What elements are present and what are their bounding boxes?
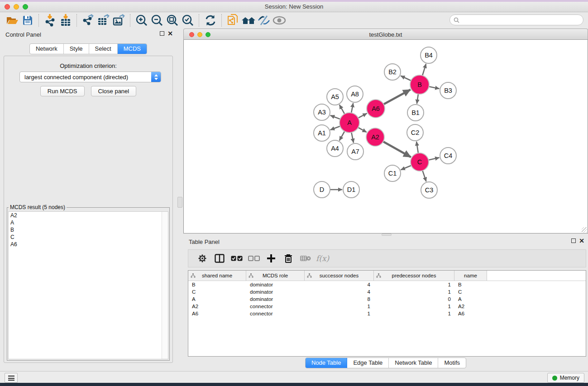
graph-node-B4[interactable]: B4 — [421, 47, 437, 63]
split-columns-icon[interactable] — [211, 252, 228, 265]
table-cell[interactable]: connector — [246, 304, 305, 309]
zoom-selected-icon[interactable] — [180, 14, 196, 27]
import-network-icon[interactable] — [43, 14, 58, 27]
graph-node-B1[interactable]: B1 — [407, 105, 424, 121]
graph-node-A4[interactable]: A4 — [327, 140, 343, 157]
tab-mcds[interactable]: MCDS — [118, 44, 147, 54]
graph-node-B[interactable]: B — [410, 75, 429, 94]
table-cell[interactable]: 4 — [305, 282, 374, 287]
table-cell[interactable]: A — [188, 296, 246, 302]
table-row[interactable]: Cdominator41C — [188, 288, 586, 295]
table-cell[interactable]: 1 — [374, 282, 454, 287]
export-image-icon[interactable] — [111, 14, 127, 27]
column-header[interactable]: predecessor nodes — [374, 271, 454, 281]
float-panel-icon[interactable] — [160, 31, 164, 36]
graph-node-C4[interactable]: C4 — [440, 148, 456, 164]
zoom-in-icon[interactable] — [134, 14, 149, 27]
table-cell[interactable]: A6 — [188, 311, 246, 316]
graph-node-A5[interactable]: A5 — [327, 89, 343, 105]
table-cell[interactable]: C — [188, 289, 246, 295]
export-table-icon[interactable] — [96, 14, 111, 27]
splitter-handle[interactable] — [177, 197, 182, 208]
vertical-splitter[interactable] — [177, 29, 183, 371]
column-header[interactable]: successor nodes — [305, 271, 374, 281]
graph-node-C2[interactable]: C2 — [407, 124, 423, 141]
graph-node-A7[interactable]: A7 — [347, 143, 363, 160]
search-field[interactable] — [449, 14, 583, 25]
table-cell[interactable]: B — [454, 282, 487, 287]
table-cell[interactable]: A — [454, 296, 487, 302]
table-row[interactable]: A6connector11A6 — [188, 310, 586, 317]
criterion-dropdown[interactable]: largest connected component (directed) — [19, 71, 161, 82]
table-cell[interactable]: 1 — [374, 304, 454, 309]
select-all-icon[interactable] — [228, 252, 245, 265]
table-cell[interactable]: 8 — [305, 296, 374, 302]
table-cell[interactable]: dominator — [246, 282, 305, 287]
fit-content-icon[interactable] — [165, 14, 180, 27]
network-canvas[interactable]: AA1A2A3A4A5A6A7A8BB1B2B3B4CC1C2C3C4DD1 — [183, 40, 588, 234]
graph-node-C1[interactable]: C1 — [384, 165, 401, 181]
graph-node-A3[interactable]: A3 — [314, 104, 330, 120]
export-network-icon[interactable] — [81, 14, 96, 27]
table-row[interactable]: A2connector11A2 — [188, 303, 586, 310]
close-panel-icon[interactable]: ✕ — [167, 31, 173, 36]
graph-node-C[interactable]: C — [411, 153, 429, 171]
table-cell[interactable]: dominator — [246, 296, 305, 302]
table-cell[interactable]: 0 — [374, 296, 454, 302]
table-cell[interactable]: A2 — [454, 304, 487, 309]
graph-node-D[interactable]: D — [314, 181, 330, 198]
table-row[interactable]: Adominator80A — [188, 295, 586, 303]
result-list-item[interactable]: C — [9, 234, 168, 241]
close-panel-button[interactable]: Close panel — [91, 86, 137, 96]
graph-node-A[interactable]: A — [339, 113, 359, 133]
reset-views-icon[interactable] — [241, 14, 256, 27]
show-all-icon[interactable] — [272, 14, 287, 27]
function-builder-icon[interactable]: f(x) — [316, 254, 329, 263]
tab-network-table[interactable]: Network Table — [389, 358, 438, 368]
graph-node-A1[interactable]: A1 — [314, 125, 330, 141]
tab-network[interactable]: Network — [30, 44, 64, 54]
graph-node-B2[interactable]: B2 — [384, 64, 401, 80]
open-session-icon[interactable] — [5, 14, 20, 27]
memory-button[interactable]: Memory — [547, 373, 584, 383]
delete-table-icon[interactable] — [297, 252, 314, 265]
table-cell[interactable]: C — [454, 289, 487, 295]
tab-motifs[interactable]: Motifs — [438, 358, 466, 368]
delete-column-icon[interactable] — [280, 252, 297, 265]
network-graph[interactable]: AA1A2A3A4A5A6A7A8BB1B2B3B4CC1C2C3C4DD1 — [184, 40, 587, 233]
run-mcds-button[interactable]: Run MCDS — [40, 86, 85, 96]
table-cell[interactable]: A2 — [188, 304, 246, 309]
graph-node-D1[interactable]: D1 — [343, 181, 359, 198]
table-cell[interactable]: A6 — [454, 311, 487, 316]
tab-select[interactable]: Select — [89, 44, 118, 54]
graph-node-C3[interactable]: C3 — [421, 182, 437, 198]
table-cell[interactable]: 1 — [305, 311, 374, 316]
column-header[interactable]: name — [454, 271, 487, 281]
result-list-item[interactable]: A — [9, 219, 168, 226]
table-cell[interactable]: 1 — [374, 289, 454, 295]
float-table-panel-icon[interactable] — [571, 238, 576, 243]
mcds-result-list[interactable]: A2ABCA6 — [8, 211, 168, 359]
task-history-button[interactable] — [5, 373, 18, 383]
table-cell[interactable]: 1 — [305, 304, 374, 309]
table-cell[interactable]: 1 — [374, 311, 454, 316]
network-from-selection-icon[interactable] — [225, 14, 241, 27]
table-cell[interactable]: B — [188, 282, 246, 287]
network-window-titlebar[interactable]: testGlobe.txt — [183, 29, 588, 40]
resize-grip-icon[interactable] — [582, 227, 587, 233]
graph-node-A8[interactable]: A8 — [347, 86, 363, 102]
import-table-icon[interactable] — [58, 14, 73, 27]
node-table[interactable]: shared nameMCDS rolesuccessor nodesprede… — [188, 270, 586, 357]
table-row[interactable]: Bdominator41B — [188, 281, 586, 288]
search-input[interactable] — [462, 16, 583, 24]
close-table-panel-icon[interactable]: ✕ — [579, 238, 584, 243]
graph-node-A2[interactable]: A2 — [366, 128, 384, 146]
zoom-out-icon[interactable] — [149, 14, 165, 27]
tab-node-table[interactable]: Node Table — [306, 358, 348, 368]
deselect-all-icon[interactable] — [245, 252, 263, 265]
tab-edge-table[interactable]: Edge Table — [347, 358, 389, 368]
result-list-item[interactable]: A6 — [9, 241, 168, 248]
table-cell[interactable]: dominator — [246, 289, 305, 295]
add-column-icon[interactable] — [263, 252, 280, 265]
result-list-item[interactable]: B — [9, 226, 168, 234]
